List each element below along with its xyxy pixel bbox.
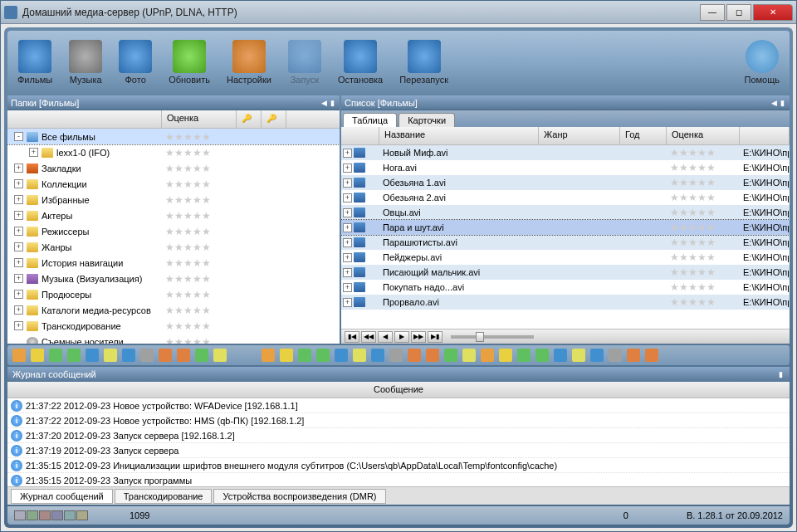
star-icon[interactable]: ★ bbox=[183, 226, 193, 237]
star-icon[interactable]: ★ bbox=[697, 147, 707, 159]
star-icon[interactable]: ★ bbox=[688, 207, 697, 218]
star-icon[interactable]: ★ bbox=[670, 177, 679, 188]
star-icon[interactable]: ★ bbox=[697, 207, 707, 218]
star-icon[interactable]: ★ bbox=[165, 210, 174, 222]
expander-icon[interactable]: + bbox=[14, 164, 23, 173]
tree-item[interactable]: +Каталоги медиа-ресурсов★★★★★ bbox=[7, 302, 340, 318]
log-row[interactable]: i21:37:20 2012-09-23 Запуск сервера [192… bbox=[7, 428, 790, 443]
star-icon[interactable]: ★ bbox=[707, 222, 716, 233]
col-genre[interactable]: Жанр bbox=[539, 127, 620, 144]
rating-cell[interactable]: ★★★★★ bbox=[165, 305, 248, 316]
next-button[interactable]: ▶ bbox=[394, 331, 409, 343]
star-icon[interactable]: ★ bbox=[165, 305, 174, 316]
star-icon[interactable]: ★ bbox=[670, 266, 679, 278]
expander-icon[interactable]: + bbox=[14, 227, 23, 236]
star-icon[interactable]: ★ bbox=[679, 296, 688, 308]
star-icon[interactable]: ★ bbox=[679, 192, 688, 203]
rating-cell[interactable]: ★★★★★ bbox=[165, 163, 248, 174]
rewind-button[interactable]: ◀◀ bbox=[361, 331, 376, 343]
star-icon[interactable]: ★ bbox=[707, 207, 716, 218]
toolbar-icon-30[interactable] bbox=[590, 349, 604, 362]
star-icon[interactable]: ★ bbox=[183, 273, 193, 285]
log-body[interactable]: i21:37:22 2012-09-23 Новое устройство: W… bbox=[7, 398, 790, 486]
rating-cell[interactable]: ★★★★★ bbox=[165, 257, 248, 269]
titlebar[interactable]: Домашний медиа-сервер (UPnP, DLNA, HTTP)… bbox=[1, 1, 796, 24]
file-rating[interactable]: ★★★★★ bbox=[667, 281, 740, 293]
toolbar-icon-19[interactable] bbox=[389, 349, 403, 362]
toolbar-icon-32[interactable] bbox=[627, 349, 640, 362]
star-icon[interactable]: ★ bbox=[202, 273, 211, 285]
list-row[interactable]: +Прорвало.avi★★★★★E:\КИНО\при bbox=[341, 295, 790, 310]
star-icon[interactable]: ★ bbox=[174, 163, 183, 174]
toolbar-icon-8[interactable] bbox=[159, 349, 172, 362]
star-icon[interactable]: ★ bbox=[679, 222, 688, 233]
toolbar-icon-28[interactable] bbox=[554, 349, 567, 362]
star-icon[interactable]: ★ bbox=[697, 266, 707, 278]
row-expander-icon[interactable]: + bbox=[343, 164, 352, 173]
toolbar-icon-0[interactable] bbox=[12, 349, 26, 362]
star-icon[interactable]: ★ bbox=[165, 226, 174, 237]
toolbar-icon-16[interactable] bbox=[335, 349, 348, 362]
tree-item[interactable]: +Музыка (Визуализация)★★★★★ bbox=[7, 271, 340, 286]
tree-item[interactable]: +Коллекции★★★★★ bbox=[7, 176, 340, 192]
star-icon[interactable]: ★ bbox=[174, 242, 183, 253]
star-icon[interactable]: ★ bbox=[679, 266, 688, 278]
toolbar-icon-4[interactable] bbox=[86, 349, 99, 362]
list-row[interactable]: +Покупать надо...avi★★★★★E:\КИНО\при bbox=[341, 280, 790, 295]
star-icon[interactable]: ★ bbox=[165, 242, 174, 253]
star-icon[interactable]: ★ bbox=[679, 237, 688, 248]
star-icon[interactable]: ★ bbox=[707, 192, 716, 203]
panel-close-icon[interactable]: ▮ bbox=[329, 99, 336, 107]
expander-icon[interactable]: - bbox=[14, 132, 23, 141]
toolbar-icon-17[interactable] bbox=[353, 349, 366, 362]
star-icon[interactable]: ★ bbox=[165, 131, 174, 143]
star-icon[interactable]: ★ bbox=[174, 226, 183, 237]
row-expander-icon[interactable]: + bbox=[343, 238, 352, 247]
log-close-icon[interactable]: ▮ bbox=[777, 370, 785, 378]
star-icon[interactable]: ★ bbox=[697, 222, 707, 233]
star-icon[interactable]: ★ bbox=[688, 147, 697, 159]
log-row[interactable]: i21:37:22 2012-09-23 Новое устройство: H… bbox=[7, 413, 790, 428]
toolbar-icon-1[interactable] bbox=[31, 349, 44, 362]
col-rating2[interactable]: Оценка bbox=[667, 127, 740, 144]
file-list[interactable]: +Новый Миф.avi★★★★★E:\КИНО\при+Нога.avi★… bbox=[341, 145, 790, 329]
star-icon[interactable]: ★ bbox=[183, 194, 193, 206]
row-expander-icon[interactable]: + bbox=[343, 253, 352, 262]
rating-cell[interactable]: ★★★★★ bbox=[165, 178, 248, 190]
toolbar-icon-20[interactable] bbox=[408, 349, 421, 362]
toolbar-icon-12[interactable] bbox=[262, 349, 275, 362]
tree-item[interactable]: +Закладки★★★★★ bbox=[7, 160, 340, 176]
films-button[interactable]: Фильмы bbox=[14, 38, 56, 86]
star-icon[interactable]: ★ bbox=[697, 251, 707, 263]
star-icon[interactable]: ★ bbox=[679, 281, 688, 293]
file-rating[interactable]: ★★★★★ bbox=[667, 266, 740, 278]
star-icon[interactable]: ★ bbox=[679, 177, 688, 188]
star-icon[interactable]: ★ bbox=[707, 296, 716, 308]
tree-item[interactable]: +lexx1-0 (IFO)★★★★★ bbox=[7, 144, 340, 160]
list-row[interactable]: +Овцы.avi★★★★★E:\КИНО\при bbox=[341, 205, 790, 220]
star-icon[interactable]: ★ bbox=[183, 289, 193, 300]
star-icon[interactable]: ★ bbox=[679, 251, 688, 263]
star-icon[interactable]: ★ bbox=[670, 251, 679, 263]
tree-item[interactable]: +Продюсеры★★★★★ bbox=[7, 286, 340, 302]
list-row[interactable]: +Новый Миф.avi★★★★★E:\КИНО\при bbox=[341, 145, 790, 160]
rating-cell[interactable]: ★★★★★ bbox=[165, 131, 248, 143]
file-rating[interactable]: ★★★★★ bbox=[667, 147, 740, 159]
star-icon[interactable]: ★ bbox=[202, 320, 211, 332]
panel-collapse-left2-icon[interactable]: ◀ bbox=[770, 99, 779, 107]
tree-item[interactable]: +Транскодирование★★★★★ bbox=[7, 318, 340, 334]
star-icon[interactable]: ★ bbox=[707, 251, 716, 263]
expander-icon[interactable]: + bbox=[14, 179, 23, 188]
star-icon[interactable]: ★ bbox=[670, 162, 679, 173]
star-icon[interactable]: ★ bbox=[174, 147, 183, 159]
star-icon[interactable]: ★ bbox=[193, 289, 202, 300]
expander-icon[interactable]: + bbox=[14, 290, 23, 299]
star-icon[interactable]: ★ bbox=[202, 210, 211, 222]
file-rating[interactable]: ★★★★★ bbox=[667, 222, 740, 233]
toolbar-icon-15[interactable] bbox=[316, 349, 330, 362]
star-icon[interactable]: ★ bbox=[202, 305, 211, 316]
toolbar-icon-24[interactable] bbox=[481, 349, 494, 362]
rating-cell[interactable]: ★★★★★ bbox=[165, 226, 248, 237]
col-rating[interactable]: Оценка bbox=[162, 110, 237, 128]
star-icon[interactable]: ★ bbox=[193, 226, 202, 237]
